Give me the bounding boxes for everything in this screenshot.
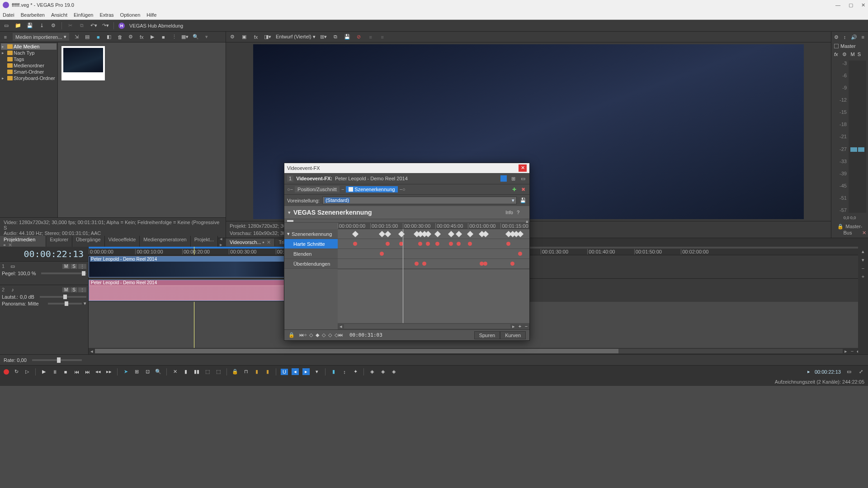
media-stop-icon[interactable]: ■ (160, 33, 167, 41)
kf-last-icon[interactable]: ◇⏭ (335, 332, 343, 338)
track-more-icon[interactable]: ⋮ (78, 264, 86, 269)
tool-icon[interactable]: ▸ (302, 368, 310, 375)
marker-icon[interactable]: ▮ (264, 369, 271, 375)
save-icon[interactable]: 💾 (26, 22, 33, 29)
kf-zoom-in-icon[interactable]: + (517, 324, 523, 329)
vzoom-up-icon[interactable]: ▴ (862, 249, 864, 254)
preview-split-icon[interactable]: ◨▾ (264, 33, 271, 41)
tool-icon[interactable]: ▮ (330, 369, 337, 375)
kf-lane[interactable] (338, 239, 529, 249)
kf-row[interactable]: ▾Szenenerkennung (284, 229, 529, 239)
play-icon[interactable]: ▶ (40, 369, 47, 375)
import-media-button[interactable]: Medien importieren... ▾ (13, 33, 69, 41)
keyframe-marker[interactable] (468, 242, 472, 246)
keyframe-diamond[interactable] (385, 231, 391, 237)
keyframe-marker[interactable] (353, 242, 357, 246)
lautst-slider[interactable] (40, 296, 86, 298)
add-fx-icon[interactable]: ✚ (510, 186, 518, 193)
master-gear-icon[interactable]: ⚙ (841, 51, 848, 58)
keyframe-marker[interactable] (426, 242, 430, 246)
marker-icon[interactable]: ▮ (253, 369, 260, 375)
scroll-left-icon[interactable]: ◂ (89, 348, 95, 354)
kf-row-label[interactable]: Überblendungen (284, 259, 338, 268)
lock-icon[interactable]: 🔒 (231, 369, 239, 375)
keyframe-diamond[interactable] (467, 231, 473, 237)
keyframe-marker[interactable] (415, 262, 419, 266)
fx-tool-icon[interactable]: ▭ (519, 175, 527, 182)
video-clip[interactable]: Peter Leopold - Demo Reel 2014 (89, 256, 299, 277)
tree-node-storyboard-ordner[interactable]: ▸Storyboard-Ordner (1, 75, 57, 81)
menu-einfuegen[interactable]: Einfügen (74, 12, 93, 18)
keyframe-diamond[interactable] (456, 231, 462, 237)
dialog-titlebar[interactable]: Videoevent-FX ✕ (284, 163, 529, 173)
track-solo-button[interactable]: S (71, 287, 77, 292)
timeline-timecode[interactable]: 00:00:22:13 (0, 247, 88, 261)
media-tool-icon[interactable]: ◧ (105, 33, 113, 41)
media-play-icon[interactable]: ▶ (149, 33, 156, 41)
preview-ext-icon[interactable]: ▣ (241, 33, 248, 41)
go-start-icon[interactable]: ⏮ (73, 369, 80, 375)
keyframe-diamond[interactable] (448, 231, 454, 237)
preview-copy-icon[interactable]: ⧉ (332, 33, 339, 41)
master-close-icon[interactable]: ✕ (862, 230, 866, 236)
pan-dropdown-icon[interactable]: ▾ (84, 300, 86, 306)
menu-optionen[interactable]: Optionen (120, 12, 141, 18)
kf-ruler[interactable]: 00:00:00:00 00:00:15:00 00:00:30:00 00:0… (338, 223, 529, 229)
snap-icon[interactable]: ⊓ (242, 369, 250, 375)
tool-icon[interactable]: U (281, 369, 288, 375)
tool-icon[interactable]: ◈ (368, 369, 376, 375)
kf-zoom-out-icon[interactable]: − (523, 324, 529, 329)
pan-slider[interactable] (48, 303, 82, 305)
preset-dropdown[interactable]: (Standard)▾ (322, 197, 517, 204)
keyframe-diamond[interactable] (352, 231, 359, 237)
kf-row-label[interactable]: Harte Schnitte (284, 239, 338, 249)
lock-icon[interactable]: 🔒 (837, 223, 844, 230)
tool-icon[interactable]: ◂ (292, 368, 299, 375)
maximize-button[interactable]: ▢ (849, 2, 853, 8)
loop-icon[interactable]: ↻ (13, 369, 20, 375)
remove-fx-icon[interactable]: ✖ (519, 186, 527, 193)
master-tool-icon[interactable]: 🔊 (851, 33, 857, 41)
kf-lane[interactable] (338, 229, 529, 239)
kf-scroll-right-icon[interactable]: ▸ (510, 324, 517, 329)
master-solo-button[interactable]: S (858, 52, 861, 57)
kf-row[interactable]: Harte Schnitte (284, 239, 529, 249)
tree-node-alle-medien[interactable]: ▸Alle Medien (1, 43, 57, 50)
tc-tool-icon[interactable]: ▭ (845, 369, 853, 375)
vzoom-minus-icon[interactable]: − (862, 266, 864, 271)
master-checkbox[interactable] (834, 44, 839, 48)
vzoom-plus-icon[interactable]: + (862, 274, 864, 279)
keyframe-marker[interactable] (457, 242, 461, 246)
keyframe-marker[interactable] (380, 252, 384, 256)
kf-del-icon[interactable]: ◇ (322, 332, 326, 338)
master-tool-icon[interactable]: ↕ (842, 33, 847, 41)
fx-tool-icon[interactable]: ⊞ (509, 175, 517, 182)
render-icon[interactable]: ⤓ (38, 22, 45, 29)
collapse-icon[interactable]: ▾ (288, 210, 291, 216)
tool-icon[interactable]: ✦ (352, 369, 359, 375)
kf-first-icon[interactable]: ⏮◇ (299, 332, 307, 338)
zoom-tool-icon[interactable]: 🔍 (155, 369, 162, 375)
copy-icon[interactable]: ⧉ (78, 22, 85, 29)
minimize-button[interactable]: — (835, 2, 840, 8)
prev-frame-icon[interactable]: ◂◂ (94, 369, 102, 375)
media-view-icon[interactable]: ▦▾ (181, 33, 189, 41)
preview-tool-icon[interactable]: ≡ (379, 33, 386, 41)
keyframe-marker[interactable] (418, 242, 422, 246)
media-settings-icon[interactable]: ⚙ (127, 33, 134, 41)
pause-icon[interactable]: ⏸ (51, 369, 58, 375)
kf-prev-icon[interactable]: ◇ (309, 332, 313, 338)
fx-chain-item-active[interactable]: Szenenerkennung (346, 186, 397, 192)
kf-lane[interactable] (338, 249, 529, 258)
normal-edit-icon[interactable]: ➤ (122, 369, 129, 375)
preview-settings-icon[interactable]: ⚙ (229, 33, 236, 41)
keyframe-diamond[interactable] (517, 231, 523, 237)
keyframe-marker[interactable] (449, 242, 453, 246)
keyframe-diamond[interactable] (434, 231, 441, 237)
timeline-scrollbar[interactable]: ◂ ▸ − ◆ + (89, 348, 868, 354)
audio-clip[interactable]: Peter Leopold - Demo Reel 2014 (89, 280, 299, 301)
transport-timecode[interactable]: 00:00:22:13 (815, 369, 841, 375)
fx-enable-checkbox[interactable] (349, 187, 353, 192)
kf-lane[interactable] (338, 259, 529, 268)
videoevent-fx-dialog[interactable]: Videoevent-FX ✕ 1 Videoevent-FX: Peter L… (284, 163, 530, 341)
